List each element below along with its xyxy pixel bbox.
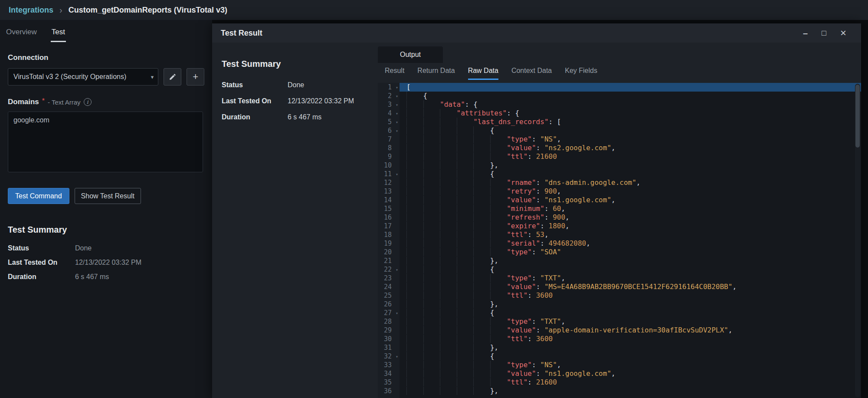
- gutter-line-1[interactable]: 1▾: [378, 83, 400, 92]
- gutter-line-15[interactable]: 15: [378, 204, 400, 213]
- subtab-raw-data[interactable]: Raw Data: [468, 67, 498, 80]
- editor-scrollbar[interactable]: [855, 84, 860, 397]
- gutter-line-31[interactable]: 31: [378, 343, 400, 352]
- code-line-32[interactable]: {: [400, 352, 861, 361]
- gutter-line-17[interactable]: 17: [378, 222, 400, 230]
- maximize-icon[interactable]: □: [822, 29, 826, 37]
- add-connection-button[interactable]: +: [187, 68, 204, 86]
- code-line-29[interactable]: "value": "apple-domain-verification=30af…: [400, 326, 861, 335]
- gutter-line-27[interactable]: 27▾: [378, 309, 400, 317]
- code-line-20[interactable]: "type": "SOA": [400, 248, 861, 257]
- code-line-23[interactable]: "type": "TXT",: [400, 274, 861, 283]
- gutter-line-21[interactable]: 21: [378, 257, 400, 265]
- gutter-line-19[interactable]: 19: [378, 239, 400, 248]
- code-line-3[interactable]: "data": {: [400, 100, 861, 109]
- gutter-line-16[interactable]: 16: [378, 213, 400, 222]
- tab-output[interactable]: Output: [378, 46, 443, 63]
- code-line-33[interactable]: "type": "NS",: [400, 361, 861, 369]
- code-line-12[interactable]: "rname": "dns-admin.google.com",: [400, 178, 861, 187]
- gutter-line-29[interactable]: 29: [378, 326, 400, 335]
- fold-arrow-icon[interactable]: ▾: [396, 109, 398, 118]
- gutter-line-20[interactable]: 20: [378, 248, 400, 257]
- minimize-icon[interactable]: –: [803, 29, 808, 37]
- code-line-15[interactable]: "minimum": 60,: [400, 204, 861, 213]
- gutter-line-32[interactable]: 32▾: [378, 352, 400, 361]
- tab-test[interactable]: Test: [51, 26, 66, 42]
- code-line-6[interactable]: {: [400, 126, 861, 135]
- gutter-line-14[interactable]: 14: [378, 196, 400, 204]
- gutter-line-18[interactable]: 18: [378, 230, 400, 239]
- gutter-line-24[interactable]: 24: [378, 283, 400, 291]
- code-line-24[interactable]: "value": "MS=E4A68B9AB2BB9670BCE15412F62…: [400, 283, 861, 291]
- gutter-line-34[interactable]: 34: [378, 369, 400, 378]
- code-line-13[interactable]: "retry": 900,: [400, 187, 861, 196]
- gutter-line-28[interactable]: 28: [378, 317, 400, 326]
- code-line-36[interactable]: },: [400, 387, 861, 395]
- code-line-7[interactable]: "type": "NS",: [400, 135, 861, 144]
- test-command-button[interactable]: Test Command: [8, 188, 69, 204]
- edit-connection-button[interactable]: [164, 68, 181, 86]
- connection-select[interactable]: VirusTotal v3 2 (Security Operations) ▾: [8, 68, 158, 86]
- code-line-31[interactable]: },: [400, 343, 861, 352]
- domains-input[interactable]: google.com: [8, 112, 203, 172]
- code-line-2[interactable]: {: [400, 92, 861, 100]
- show-test-result-button[interactable]: Show Test Result: [75, 188, 141, 204]
- code-line-1[interactable]: [: [400, 83, 861, 92]
- fold-arrow-icon[interactable]: ▾: [396, 170, 398, 179]
- gutter-line-8[interactable]: 8: [378, 144, 400, 152]
- editor-scrollbar-thumb[interactable]: [855, 85, 860, 148]
- fold-arrow-icon[interactable]: ▾: [396, 92, 398, 101]
- code-line-25[interactable]: "ttl": 3600: [400, 291, 861, 300]
- gutter-line-12[interactable]: 12: [378, 178, 400, 187]
- fold-arrow-icon[interactable]: ▾: [396, 266, 398, 274]
- gutter-line-10[interactable]: 10: [378, 161, 400, 170]
- gutter-line-22[interactable]: 22▾: [378, 265, 400, 274]
- code-line-9[interactable]: "ttl": 21600: [400, 152, 861, 161]
- code-line-18[interactable]: "ttl": 53,: [400, 230, 861, 239]
- code-line-4[interactable]: "attributes": {: [400, 109, 861, 118]
- breadcrumb-integrations-link[interactable]: Integrations: [9, 6, 53, 15]
- gutter-line-35[interactable]: 35: [378, 378, 400, 387]
- gutter-line-2[interactable]: 2▾: [378, 92, 400, 100]
- gutter-line-25[interactable]: 25: [378, 291, 400, 300]
- subtab-key-fields[interactable]: Key Fields: [565, 67, 597, 80]
- gutter-line-11[interactable]: 11▾: [378, 170, 400, 178]
- gutter-line-7[interactable]: 7: [378, 135, 400, 144]
- gutter-line-26[interactable]: 26: [378, 300, 400, 309]
- code-line-28[interactable]: "type": "TXT",: [400, 317, 861, 326]
- code-line-26[interactable]: },: [400, 300, 861, 309]
- fold-arrow-icon[interactable]: ▾: [396, 101, 398, 109]
- gutter-line-6[interactable]: 6▾: [378, 126, 400, 135]
- info-icon[interactable]: i: [84, 98, 92, 106]
- gutter-line-33[interactable]: 33: [378, 361, 400, 369]
- fold-arrow-icon[interactable]: ▾: [396, 127, 398, 135]
- gutter-line-5[interactable]: 5▾: [378, 118, 400, 126]
- close-icon[interactable]: ×: [840, 28, 846, 38]
- code-line-16[interactable]: "refresh": 900,: [400, 213, 861, 222]
- code-line-14[interactable]: "value": "ns1.google.com",: [400, 196, 861, 204]
- code-line-17[interactable]: "expire": 1800,: [400, 222, 861, 230]
- subtab-return-data[interactable]: Return Data: [417, 67, 455, 80]
- code-line-34[interactable]: "value": "ns1.google.com",: [400, 369, 861, 378]
- code-line-8[interactable]: "value": "ns2.google.com",: [400, 144, 861, 152]
- fold-arrow-icon[interactable]: ▾: [396, 83, 398, 92]
- gutter-line-4[interactable]: 4▾: [378, 109, 400, 118]
- code-line-35[interactable]: "ttl": 21600: [400, 378, 861, 387]
- code-line-27[interactable]: {: [400, 309, 861, 317]
- gutter-line-30[interactable]: 30: [378, 335, 400, 343]
- gutter-line-23[interactable]: 23: [378, 274, 400, 283]
- code-line-19[interactable]: "serial": 494682080,: [400, 239, 861, 248]
- gutter-line-9[interactable]: 9: [378, 152, 400, 161]
- fold-arrow-icon[interactable]: ▾: [396, 309, 398, 318]
- subtab-result[interactable]: Result: [385, 67, 404, 80]
- code-line-10[interactable]: },: [400, 161, 861, 170]
- fold-arrow-icon[interactable]: ▾: [396, 118, 398, 127]
- code-line-11[interactable]: {: [400, 170, 861, 178]
- code-line-22[interactable]: {: [400, 265, 861, 274]
- gutter-line-3[interactable]: 3▾: [378, 100, 400, 109]
- fold-arrow-icon[interactable]: ▾: [396, 352, 398, 361]
- code-line-30[interactable]: "ttl": 3600: [400, 335, 861, 343]
- code-line-5[interactable]: "last_dns_records": [: [400, 118, 861, 126]
- code-line-21[interactable]: },: [400, 257, 861, 265]
- tab-overview[interactable]: Overview: [5, 26, 38, 42]
